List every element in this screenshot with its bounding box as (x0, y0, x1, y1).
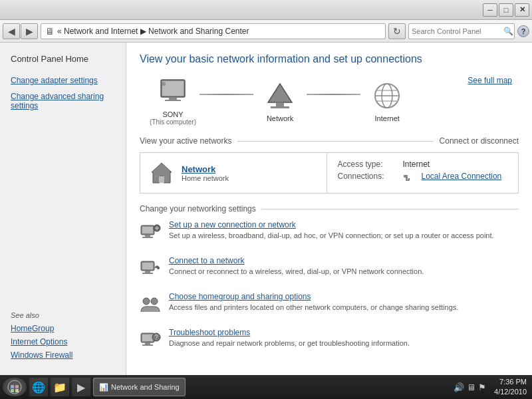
internet-label: Internet (375, 114, 400, 122)
sidebar-item-change-advanced[interactable]: Change advanced sharing settings (0, 88, 126, 114)
settings-text-troubleshoot: Troubleshoot problems Diagnose and repai… (169, 328, 410, 348)
settings-text-setup: Set up a new connection or network Set u… (169, 220, 494, 241)
title-bar: ─ □ ✕ (0, 0, 532, 20)
net-node-network: Network (253, 80, 307, 122)
svg-rect-18 (406, 180, 410, 181)
connector-1 (200, 94, 253, 95)
computer-label: SONY (162, 110, 183, 118)
svg-rect-28 (142, 263, 153, 269)
taskbar-active-icon: 📊 (99, 383, 108, 392)
close-button[interactable]: ✕ (515, 3, 529, 17)
svg-rect-19 (408, 178, 410, 180)
svg-point-40 (8, 380, 21, 394)
network-info: Network Home network (140, 153, 327, 193)
tray-volume-icon[interactable]: 🔊 (454, 382, 464, 392)
homegroup-title[interactable]: Choose homegroup and sharing options (169, 292, 458, 301)
address-bar: ◀ ▶ 🖥 « Network and Internet ▶ Network a… (0, 20, 532, 43)
right-panel: View your basic network information and … (126, 43, 532, 375)
setup-desc: Set up a wireless, broadband, dial-up, a… (169, 231, 494, 241)
connect-disconnect[interactable]: Connect or disconnect (440, 136, 519, 146)
active-networks-card: Network Home network Access type: Intern… (140, 152, 519, 194)
network-label: Network (267, 114, 293, 122)
taskbar-active-window[interactable]: 📊 Network and Sharing (93, 378, 186, 396)
sidebar-link-homegroup[interactable]: HomeGroup (0, 322, 126, 335)
taskbar-ie-icon[interactable]: 🌐 (29, 378, 48, 396)
svg-rect-42 (15, 385, 19, 388)
svg-rect-37 (142, 344, 153, 346)
sidebar-control-panel-home[interactable]: Control Panel Home (0, 51, 126, 67)
main-content: Control Panel Home Change adapter settin… (0, 43, 532, 375)
svg-rect-43 (11, 389, 14, 392)
clock[interactable]: 7:36 PM 4/12/2010 (491, 377, 529, 398)
connection-details: Access type: Internet Connections: Local… (327, 153, 519, 193)
svg-rect-21 (142, 227, 153, 233)
svg-rect-35 (142, 334, 153, 341)
connect-icon (140, 257, 161, 279)
svg-point-32 (143, 298, 150, 305)
computer-icon (157, 76, 189, 108)
svg-rect-3 (165, 100, 181, 101)
svg-rect-7 (271, 106, 289, 108)
connection-icon (403, 172, 414, 182)
troubleshoot-title[interactable]: Troubleshoot problems (169, 328, 410, 337)
network-type: Home network (182, 174, 229, 182)
connector-2 (307, 94, 360, 95)
forward-button[interactable]: ▶ (21, 23, 38, 39)
access-type-row: Access type: Internet (338, 160, 508, 169)
minimize-button[interactable]: ─ (483, 3, 497, 17)
network-diagram: SONY (This computer) Network (140, 76, 519, 126)
tray-action-icon[interactable]: ⚑ (478, 382, 486, 392)
homegroup-desc: Access files and printers located on oth… (169, 303, 458, 313)
back-button[interactable]: ◀ (3, 23, 20, 39)
search-box: 🔍 (408, 23, 515, 39)
refresh-button[interactable]: ↻ (388, 23, 406, 39)
setup-icon (140, 221, 161, 243)
see-full-map[interactable]: See full map (467, 76, 512, 85)
svg-rect-22 (145, 235, 150, 237)
settings-item-homegroup: Choose homegroup and sharing options Acc… (140, 292, 519, 319)
maximize-button[interactable]: □ (499, 3, 513, 17)
taskbar-folder-icon[interactable]: 📁 (51, 378, 69, 396)
taskbar-media-icon[interactable]: ▶ (72, 378, 90, 396)
computer-sublabel: (This computer) (150, 118, 196, 126)
net-node-computer: SONY (This computer) (146, 76, 200, 126)
address-path[interactable]: 🖥 « Network and Internet ▶ Network and S… (41, 23, 386, 39)
homegroup-icon (140, 293, 161, 315)
internet-icon (371, 80, 403, 112)
connections-label: Connections: (338, 172, 398, 182)
nav-buttons: ◀ ▶ (3, 23, 38, 39)
see-also-title: See also (0, 306, 126, 322)
svg-rect-2 (169, 97, 177, 100)
connections-value[interactable]: Local Area Connection (422, 172, 502, 182)
sidebar-link-windows-firewall[interactable]: Windows Firewall (0, 348, 126, 362)
svg-rect-41 (11, 385, 14, 388)
system-tray: 🔊 🖥 ⚑ (451, 382, 489, 392)
settings-item-troubleshoot: ? Troubleshoot problems Diagnose and rep… (140, 328, 519, 354)
svg-rect-36 (145, 342, 150, 344)
active-networks-title: View your active networks (140, 136, 232, 146)
sidebar-link-internet-options[interactable]: Internet Options (0, 335, 126, 348)
tray-network-icon[interactable]: 🖥 (467, 382, 475, 392)
svg-rect-44 (15, 389, 19, 392)
connect-title[interactable]: Connect to a network (169, 256, 424, 265)
page-title: View your basic network information and … (140, 53, 519, 65)
svg-point-33 (151, 298, 158, 305)
setup-title[interactable]: Set up a new connection or network (169, 220, 494, 229)
troubleshoot-icon: ? (140, 329, 161, 350)
svg-rect-17 (406, 176, 408, 180)
active-networks-header: View your active networks Connect or dis… (140, 136, 519, 146)
search-button[interactable]: 🔍 (503, 27, 513, 36)
house-icon (148, 160, 175, 186)
network-icon (264, 80, 296, 112)
svg-point-31 (157, 267, 160, 269)
connect-desc: Connect or reconnect to a wireless, wire… (169, 267, 424, 277)
access-type-label: Access type: (338, 160, 398, 169)
svg-rect-6 (276, 102, 284, 106)
network-name[interactable]: Network (182, 164, 229, 174)
clock-date: 4/12/2010 (494, 387, 527, 397)
start-button[interactable] (3, 378, 27, 396)
settings-item-connect: Connect to a network Connect or reconnec… (140, 256, 519, 283)
help-button[interactable]: ? (517, 25, 529, 37)
search-input[interactable] (412, 27, 503, 35)
sidebar-item-change-adapter[interactable]: Change adapter settings (0, 72, 126, 88)
